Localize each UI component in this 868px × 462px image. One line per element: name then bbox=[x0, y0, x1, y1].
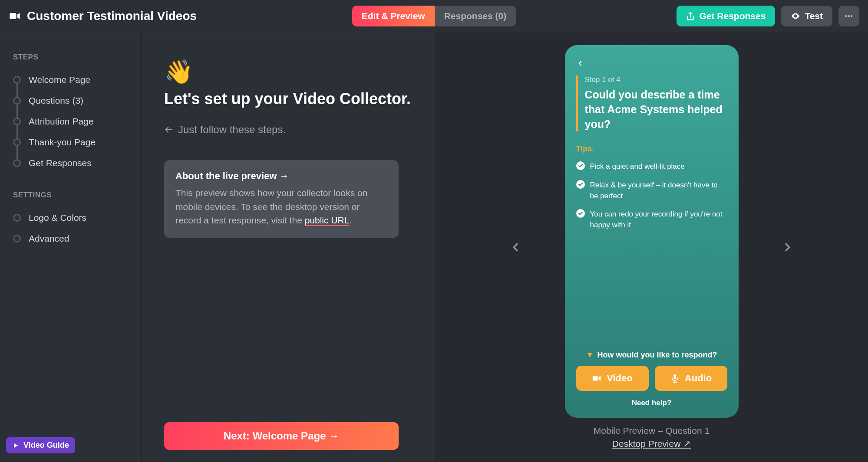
phone-video-label: Video bbox=[607, 373, 633, 384]
step-bullet-icon bbox=[13, 159, 21, 167]
phone-step-label: Step 1 of 4 bbox=[585, 75, 727, 84]
step-bullet-icon bbox=[13, 76, 21, 84]
step-bullet-icon bbox=[13, 235, 21, 242]
wave-emoji: 👋 bbox=[164, 58, 412, 85]
phone-tip-text: You can redo your recording if you're no… bbox=[590, 209, 727, 230]
tab-edit-preview[interactable]: Edit & Preview bbox=[352, 6, 435, 26]
step-bullet-icon bbox=[13, 97, 21, 105]
triangle-down-icon: ▼ bbox=[586, 351, 594, 360]
header-left: Customer Testimonial Videos bbox=[9, 9, 352, 23]
phone-audio-label: Audio bbox=[685, 373, 712, 384]
check-circle-icon bbox=[576, 161, 585, 170]
step-bullet-icon bbox=[13, 214, 21, 222]
svg-point-2 bbox=[845, 15, 847, 17]
svg-rect-7 bbox=[673, 374, 676, 379]
editor-heading: Let's set up your Video Collector. bbox=[164, 90, 412, 108]
step-label: Get Responses bbox=[29, 158, 92, 168]
svg-rect-0 bbox=[10, 13, 16, 19]
phone-video-button[interactable]: Video bbox=[576, 366, 649, 391]
phone-question-block: Step 1 of 4 Could you describe a time th… bbox=[576, 75, 727, 131]
phone-tip-item: You can redo your recording if you're no… bbox=[576, 209, 727, 230]
editor-subline: Just follow these steps. bbox=[164, 124, 412, 136]
step-label: Welcome Page bbox=[29, 75, 90, 85]
step-questions[interactable]: Questions (3) bbox=[13, 90, 128, 111]
step-attribution-page[interactable]: Attribution Page bbox=[13, 111, 128, 132]
settings-heading: SETTINGS bbox=[13, 191, 128, 200]
header-actions: Get Responses Test bbox=[516, 6, 859, 26]
info-body-post: . bbox=[349, 215, 352, 225]
steps-list: Welcome Page Questions (3) Attribution P… bbox=[13, 69, 128, 174]
preview-panel: Step 1 of 4 Could you describe a time th… bbox=[435, 32, 868, 462]
check-circle-icon bbox=[576, 180, 585, 189]
step-bullet-icon bbox=[13, 118, 21, 125]
more-menu-button[interactable] bbox=[838, 6, 859, 26]
public-url-link[interactable]: public URL bbox=[305, 215, 350, 225]
settings-list: Logo & Colors Advanced bbox=[13, 207, 128, 249]
svg-point-4 bbox=[851, 15, 853, 17]
info-card-title: About the live preview → bbox=[175, 170, 387, 182]
page-title: Customer Testimonial Videos bbox=[27, 9, 197, 23]
phone-audio-button[interactable]: Audio bbox=[655, 366, 727, 391]
preview-caption-text: Mobile Preview – Question 1 bbox=[594, 426, 710, 436]
microphone-icon bbox=[670, 374, 680, 383]
settings-advanced[interactable]: Advanced bbox=[13, 228, 128, 249]
editor-panel: 👋 Let's set up your Video Collector. Jus… bbox=[142, 32, 435, 462]
phone-bottom: ▼ How would you like to respond? Video A… bbox=[576, 351, 727, 407]
get-responses-label: Get Responses bbox=[699, 11, 766, 21]
settings-logo-colors[interactable]: Logo & Colors bbox=[13, 207, 128, 228]
settings-label: Logo & Colors bbox=[29, 213, 86, 223]
preview-next-button[interactable] bbox=[781, 237, 794, 257]
eye-icon bbox=[791, 11, 800, 21]
main-layout: STEPS Welcome Page Questions (3) Attribu… bbox=[0, 32, 868, 462]
preview-prev-button[interactable] bbox=[509, 237, 522, 257]
video-guide-button[interactable]: Video Guide bbox=[6, 437, 75, 453]
phone-respond-text: How would you like to respond? bbox=[597, 351, 717, 360]
arrow-left-icon bbox=[164, 125, 174, 134]
desktop-preview-link[interactable]: Desktop Preview ↗ bbox=[612, 439, 691, 449]
info-card-body: This preview shows how your collector lo… bbox=[175, 186, 387, 227]
svg-point-3 bbox=[848, 15, 850, 17]
test-button[interactable]: Test bbox=[781, 6, 832, 26]
editor-subline-text: Just follow these steps. bbox=[178, 124, 286, 136]
header-bar: Customer Testimonial Videos Edit & Previ… bbox=[0, 0, 868, 32]
preview-caption: Mobile Preview – Question 1 Desktop Prev… bbox=[594, 426, 710, 449]
check-circle-icon bbox=[576, 209, 585, 218]
test-label: Test bbox=[805, 11, 823, 21]
info-card: About the live preview → This preview sh… bbox=[164, 160, 399, 238]
phone-response-buttons: Video Audio bbox=[576, 366, 727, 391]
steps-heading: STEPS bbox=[13, 53, 128, 62]
phone-tips-list: Pick a quiet and well-lit place Relax & … bbox=[576, 161, 727, 238]
next-button[interactable]: Next: Welcome Page → bbox=[164, 422, 399, 450]
step-bullet-icon bbox=[13, 138, 21, 146]
header-tabs: Edit & Preview Responses (0) bbox=[352, 6, 516, 26]
get-responses-button[interactable]: Get Responses bbox=[677, 6, 775, 26]
phone-respond-prompt: ▼ How would you like to respond? bbox=[576, 351, 727, 360]
phone-tip-text: Pick a quiet and well-lit place bbox=[590, 161, 685, 172]
phone-preview: Step 1 of 4 Could you describe a time th… bbox=[565, 45, 739, 418]
video-camera-icon bbox=[9, 10, 21, 22]
step-label: Attribution Page bbox=[29, 116, 93, 127]
phone-need-help-link[interactable]: Need help? bbox=[576, 399, 727, 407]
video-camera-icon bbox=[592, 374, 601, 383]
step-thank-you-page[interactable]: Thank-you Page bbox=[13, 132, 128, 153]
video-guide-label: Video Guide bbox=[23, 441, 69, 450]
phone-tip-item: Relax & be yourself – it doesn't have to… bbox=[576, 180, 727, 201]
share-icon bbox=[686, 12, 695, 20]
phone-tip-item: Pick a quiet and well-lit place bbox=[576, 161, 727, 172]
play-icon bbox=[12, 442, 19, 449]
sidebar: STEPS Welcome Page Questions (3) Attribu… bbox=[0, 32, 142, 462]
tab-responses[interactable]: Responses (0) bbox=[435, 6, 516, 26]
svg-rect-6 bbox=[593, 376, 598, 381]
phone-tip-text: Relax & be yourself – it doesn't have to… bbox=[590, 180, 727, 201]
dots-horizontal-icon bbox=[844, 11, 854, 21]
step-welcome-page[interactable]: Welcome Page bbox=[13, 69, 128, 90]
step-label: Thank-you Page bbox=[29, 137, 96, 147]
phone-back-button[interactable] bbox=[576, 58, 727, 69]
phone-question-text: Could you describe a time that Acme Syst… bbox=[585, 88, 727, 131]
step-get-responses[interactable]: Get Responses bbox=[13, 153, 128, 174]
phone-tips-heading: Tips: bbox=[576, 144, 727, 154]
settings-label: Advanced bbox=[29, 233, 69, 244]
step-label: Questions (3) bbox=[29, 95, 83, 106]
